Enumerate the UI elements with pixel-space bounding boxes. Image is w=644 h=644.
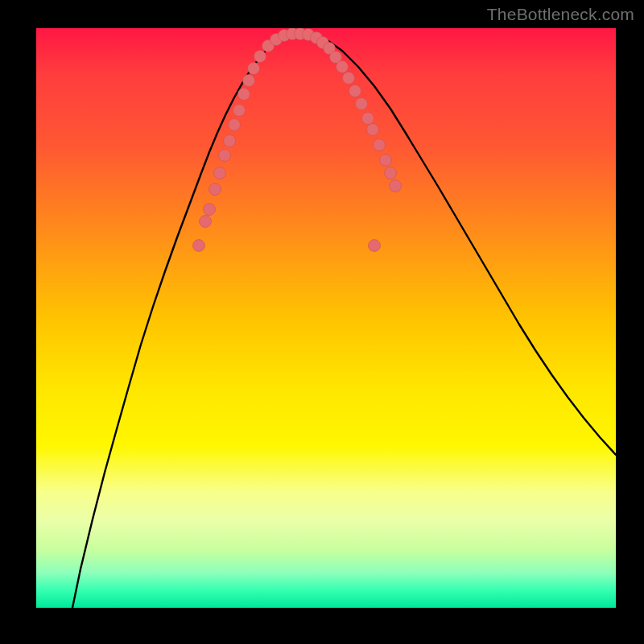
data-point <box>336 61 349 73</box>
data-point <box>243 75 255 87</box>
data-point <box>204 204 216 216</box>
data-point <box>390 180 402 192</box>
data-point <box>193 240 205 252</box>
data-point <box>219 150 231 162</box>
data-point <box>238 89 250 101</box>
chart-svg-layer <box>36 28 616 608</box>
data-point <box>214 167 226 180</box>
bottleneck-curve <box>72 34 616 608</box>
chart-frame: TheBottleneck.com <box>0 0 644 644</box>
data-point <box>200 216 212 228</box>
data-point <box>362 113 374 125</box>
data-point <box>229 119 241 131</box>
data-point <box>369 240 381 252</box>
watermark-text: TheBottleneck.com <box>487 5 634 24</box>
data-point <box>380 155 392 167</box>
data-point <box>367 124 379 136</box>
data-point <box>209 184 221 196</box>
data-point <box>343 72 355 85</box>
data-point <box>349 85 361 97</box>
data-point <box>374 139 386 151</box>
data-point <box>356 98 368 110</box>
data-point <box>254 51 266 63</box>
data-point <box>224 135 236 147</box>
data-point <box>385 167 397 180</box>
data-point <box>233 105 246 117</box>
data-point <box>248 63 260 75</box>
plot-area <box>36 28 616 608</box>
